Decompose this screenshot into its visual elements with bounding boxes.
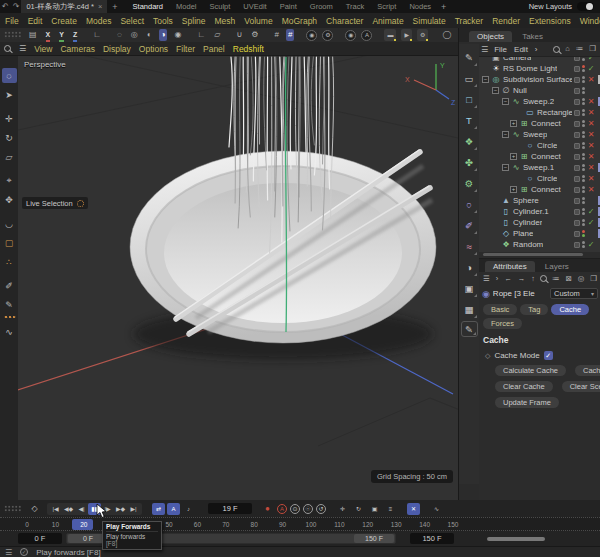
model-mode-icon[interactable]: ◑ — [159, 29, 168, 41]
layer-box-icon[interactable] — [574, 220, 580, 226]
prev-key-button[interactable]: ◀◆ — [62, 503, 75, 515]
autokey-button[interactable]: A — [277, 504, 287, 514]
layer-box-icon[interactable] — [574, 121, 580, 127]
menu-item[interactable]: Modes — [86, 16, 112, 26]
clear-scene-button[interactable]: Clear Scen — [562, 381, 600, 392]
pen-tool[interactable]: ✎ — [2, 297, 17, 312]
layout-tab[interactable]: Track — [346, 2, 364, 12]
range-start-field[interactable]: 0 F — [18, 533, 62, 544]
object-row[interactable]: − ∿ Sweep.1 ✕ — [479, 162, 600, 173]
visibility-dots[interactable] — [582, 120, 585, 127]
expander-icon[interactable]: + — [510, 186, 517, 193]
menu-item[interactable]: Window — [580, 16, 600, 26]
visibility-dots[interactable] — [582, 142, 585, 149]
animation-mode-icon[interactable]: ◉ — [172, 29, 183, 41]
attribute-section-tab[interactable]: Forces — [483, 318, 522, 329]
attr-expand-icon[interactable]: › — [495, 274, 500, 284]
toolbar-grip[interactable] — [4, 31, 22, 39]
next-key-button[interactable]: ▶◆ — [114, 503, 127, 515]
spline-profile-icon[interactable]: ✐ — [461, 216, 478, 235]
attr-new-window-icon[interactable]: ❐ — [589, 274, 598, 284]
layout-tab[interactable]: Nodes — [409, 2, 431, 12]
cloner-icon[interactable]: ❖ — [461, 132, 478, 151]
volume-icon[interactable]: ◑ — [461, 258, 478, 277]
layer-box-icon[interactable] — [574, 88, 580, 94]
visibility-dots[interactable] — [582, 98, 585, 105]
layer-box-icon[interactable] — [574, 132, 580, 138]
new-layouts[interactable]: New Layouts — [529, 2, 600, 11]
attr-filter-icon[interactable]: ≔ — [551, 274, 561, 284]
close-tab-icon[interactable]: × — [98, 2, 102, 11]
viewport-menu-redshift[interactable]: Redshift — [233, 44, 264, 54]
viewport-hamburger-icon[interactable]: ☰ — [19, 44, 26, 53]
spline-points-tool[interactable]: ∴ — [2, 254, 17, 269]
object-row[interactable]: ❖ Random ✓ — [479, 239, 600, 250]
visibility-dots[interactable] — [582, 131, 585, 138]
render-region-icon[interactable]: ⚙ — [322, 30, 333, 41]
visibility-dots[interactable] — [582, 164, 585, 171]
prev-frame-button[interactable]: ◀| — [75, 503, 88, 515]
attribute-section-tab[interactable]: Tag — [520, 304, 548, 315]
object-row[interactable]: ☀ RS Dome Light ✓ — [479, 63, 600, 74]
interactive-render-icon[interactable]: A — [361, 30, 372, 41]
preset-dropdown[interactable]: Custom ▾ — [550, 288, 598, 299]
object-row[interactable]: ▣ Camera ✓ — [479, 56, 600, 63]
menu-item[interactable]: Animate — [372, 16, 403, 26]
om-hamburger-icon[interactable]: ☰ — [481, 45, 488, 54]
magnet-snap-icon[interactable]: ∪ — [234, 29, 244, 41]
tweak-tool[interactable]: ➤ — [2, 87, 17, 102]
render-picture-viewer-icon[interactable]: ◉ — [345, 30, 356, 41]
content-browser-icon[interactable]: ▤ — [27, 29, 39, 41]
rectangle-spline-icon[interactable]: ▭ — [461, 69, 478, 88]
enable-mark-icon[interactable]: ✕ — [587, 140, 595, 151]
key-rotation-button[interactable]: ↻ — [352, 503, 365, 515]
layer-box-icon[interactable] — [574, 66, 580, 72]
spline-arc-tool[interactable]: ▢ — [2, 235, 17, 250]
lock-x-icon[interactable]: X — [44, 29, 53, 41]
range-end-handle[interactable]: 150 F — [354, 534, 394, 543]
effector-icon[interactable]: ⚙ — [461, 174, 478, 193]
enable-mark-icon[interactable]: ✕ — [587, 184, 595, 195]
update-frame-button[interactable]: Update Frame — [495, 397, 559, 408]
render-queue-icon[interactable]: ▶ — [401, 29, 412, 41]
viewport[interactable]: Camera — [18, 56, 458, 500]
menu-item[interactable]: MoGraph — [282, 16, 317, 26]
om-filter-icon[interactable]: ≔ — [575, 44, 585, 54]
object-mode-icon[interactable]: ◎ — [129, 29, 140, 41]
render-view-icon[interactable]: ◉ — [306, 30, 317, 41]
panel-tab[interactable]: Attributes — [485, 261, 535, 272]
expander-icon[interactable]: − — [502, 164, 509, 171]
attr-up-icon[interactable]: ↑ — [530, 274, 536, 284]
enable-mark-icon[interactable]: ✕ — [587, 74, 595, 85]
visibility-dots[interactable] — [582, 153, 585, 160]
object-manager-menu-item[interactable]: Edit — [514, 45, 528, 54]
add-document-icon[interactable]: + — [112, 2, 117, 12]
sketch-material-icon[interactable]: ✎ — [461, 321, 478, 337]
enable-mark-icon[interactable]: ✕ — [587, 129, 595, 140]
object-row[interactable]: ○ Circle ✕ — [479, 140, 600, 151]
key-pla-button[interactable]: ✕ — [407, 503, 420, 515]
layer-box-icon[interactable] — [574, 187, 580, 193]
keyframe-button[interactable]: ◇ — [28, 503, 41, 515]
live-selection-tool[interactable]: ◌ — [2, 68, 17, 83]
layer-box-icon[interactable] — [574, 99, 580, 105]
timeline-ruler[interactable]: 0102030405060708090100110120130140150 — [0, 517, 600, 531]
object-row[interactable]: ▯ Cylinder.1 ✓ — [479, 206, 600, 217]
layer-box-icon[interactable] — [574, 231, 580, 237]
object-row[interactable]: ▯ Cylinder ✓ — [479, 217, 600, 228]
status-menu-icon[interactable]: ☰ — [5, 548, 12, 557]
enable-mark-icon[interactable]: ✕ — [587, 173, 595, 184]
camera-object-icon[interactable]: ▣ — [461, 279, 478, 298]
object-manager-menu-item[interactable]: File — [494, 45, 507, 54]
attr-forward-icon[interactable]: → — [517, 274, 527, 284]
attribute-object-row[interactable]: ◉ Rope [3 Ele Custom ▾ — [482, 287, 598, 300]
layer-box-icon[interactable] — [574, 56, 580, 61]
enable-mark-icon[interactable]: ✕ — [587, 151, 595, 162]
enable-mark-icon[interactable]: ✕ — [587, 118, 595, 129]
object-row[interactable]: + ⊞ Connect ✕ — [479, 118, 600, 129]
cube-primitive-icon[interactable]: □ — [461, 90, 478, 109]
axis-modify-tool[interactable]: ⌖ — [2, 173, 17, 188]
attr-search-icon[interactable] — [540, 275, 547, 282]
expander-icon[interactable]: + — [510, 120, 517, 127]
visibility-dots[interactable] — [582, 219, 585, 226]
